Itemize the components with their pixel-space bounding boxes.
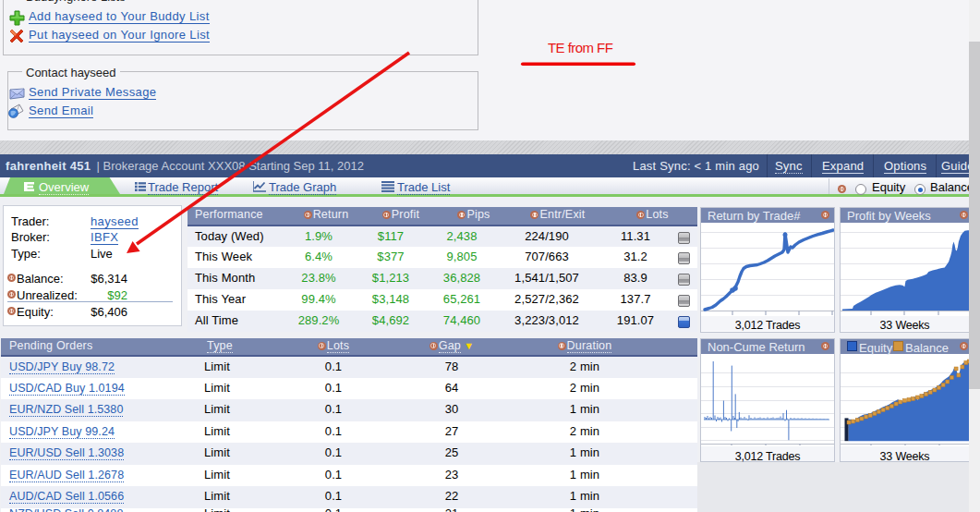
svg-text:TE from FF: TE from FF <box>548 40 613 55</box>
